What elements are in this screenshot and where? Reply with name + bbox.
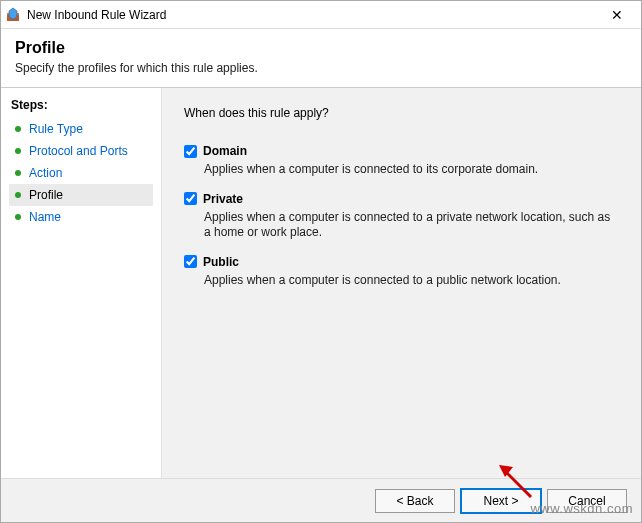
- step-label: Protocol and Ports: [29, 144, 128, 158]
- bullet-icon: [15, 214, 21, 220]
- checkbox-public[interactable]: [184, 255, 197, 268]
- option-desc: Applies when a computer is connected to …: [204, 210, 619, 241]
- content-pane: When does this rule apply? Domain Applie…: [161, 88, 641, 478]
- next-button[interactable]: Next >: [461, 489, 541, 513]
- option-desc: Applies when a computer is connected to …: [204, 162, 619, 178]
- page-title: Profile: [15, 39, 627, 57]
- step-protocol-and-ports[interactable]: Protocol and Ports: [9, 140, 153, 162]
- steps-pane: Steps: Rule Type Protocol and Ports Acti…: [1, 88, 161, 478]
- step-action[interactable]: Action: [9, 162, 153, 184]
- step-label: Name: [29, 210, 61, 224]
- header: Profile Specify the profiles for which t…: [1, 29, 641, 88]
- cancel-button[interactable]: Cancel: [547, 489, 627, 513]
- close-icon: ✕: [611, 7, 623, 23]
- firewall-icon: [5, 7, 21, 23]
- option-private: Private Applies when a computer is conne…: [184, 192, 619, 241]
- option-domain: Domain Applies when a computer is connec…: [184, 144, 619, 178]
- option-name: Domain: [203, 144, 247, 158]
- bullet-icon: [15, 192, 21, 198]
- step-label: Profile: [29, 188, 63, 202]
- body: Steps: Rule Type Protocol and Ports Acti…: [1, 88, 641, 478]
- checkbox-domain[interactable]: [184, 145, 197, 158]
- steps-title: Steps:: [11, 98, 153, 112]
- step-label: Action: [29, 166, 62, 180]
- titlebar: New Inbound Rule Wizard ✕: [1, 1, 641, 29]
- footer: < Back Next > Cancel: [1, 478, 641, 522]
- option-desc: Applies when a computer is connected to …: [204, 273, 619, 289]
- option-public: Public Applies when a computer is connec…: [184, 255, 619, 289]
- prompt-text: When does this rule apply?: [184, 106, 619, 120]
- page-subtitle: Specify the profiles for which this rule…: [15, 61, 627, 75]
- bullet-icon: [15, 126, 21, 132]
- close-button[interactable]: ✕: [597, 1, 637, 29]
- window-title: New Inbound Rule Wizard: [27, 8, 597, 22]
- bullet-icon: [15, 148, 21, 154]
- option-name: Public: [203, 255, 239, 269]
- step-name[interactable]: Name: [9, 206, 153, 228]
- step-rule-type[interactable]: Rule Type: [9, 118, 153, 140]
- back-button[interactable]: < Back: [375, 489, 455, 513]
- step-profile[interactable]: Profile: [9, 184, 153, 206]
- option-name: Private: [203, 192, 243, 206]
- step-label: Rule Type: [29, 122, 83, 136]
- wizard-window: New Inbound Rule Wizard ✕ Profile Specif…: [0, 0, 642, 523]
- checkbox-private[interactable]: [184, 192, 197, 205]
- bullet-icon: [15, 170, 21, 176]
